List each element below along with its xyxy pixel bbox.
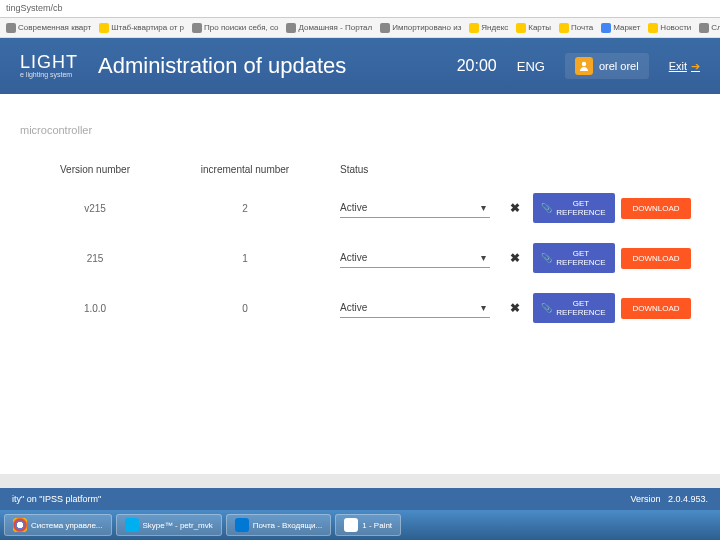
status-select[interactable]: Active	[340, 298, 490, 318]
skype-icon	[125, 518, 139, 532]
bookmark-item[interactable]: Штаб-квартира от р	[99, 23, 184, 33]
table-row: 215 1 Active ✖ 📎GET REFERENCE DOWNLOAD	[20, 233, 700, 283]
cell-incremental: 1	[170, 253, 320, 264]
app-header: LIGHT e lighting system Administration o…	[0, 38, 720, 94]
paperclip-icon: 📎	[541, 253, 552, 263]
download-button[interactable]: DOWNLOAD	[621, 298, 691, 319]
footer-text: ity" on "IPSS platform"	[12, 494, 101, 504]
download-button[interactable]: DOWNLOAD	[621, 198, 691, 219]
get-reference-button[interactable]: 📎GET REFERENCE	[533, 293, 615, 323]
bookmark-item[interactable]: Домашняя - Портал	[286, 23, 372, 33]
taskbar-item[interactable]: 1 - Paint	[335, 514, 401, 536]
bookmark-item[interactable]: Яндекс	[469, 23, 508, 33]
bookmark-item[interactable]: Словари	[699, 23, 720, 33]
svg-point-0	[582, 62, 586, 66]
cell-version: v215	[20, 203, 170, 214]
delete-button[interactable]: ✖	[500, 301, 530, 315]
page-title: Administration of updates	[98, 53, 437, 79]
logo: LIGHT e lighting system	[20, 54, 78, 77]
bookmark-item[interactable]: Почта	[559, 23, 593, 33]
taskbar: Система управле... Skype™ - petr_mvk Поч…	[0, 510, 720, 540]
cell-version: 215	[20, 253, 170, 264]
chrome-icon	[13, 518, 27, 532]
table-row: v215 2 Active ✖ 📎GET REFERENCE DOWNLOAD	[20, 183, 700, 233]
delete-button[interactable]: ✖	[500, 251, 530, 265]
cell-incremental: 0	[170, 303, 320, 314]
bookmark-item[interactable]: Современная кварт	[6, 23, 91, 33]
cell-version: 1.0.0	[20, 303, 170, 314]
taskbar-item[interactable]: Система управле...	[4, 514, 112, 536]
user-badge[interactable]: orel orel	[565, 53, 649, 79]
table-row: 1.0.0 0 Active ✖ 📎GET REFERENCE DOWNLOAD	[20, 283, 700, 333]
footer-bar: ity" on "IPSS platform" Version 2.0.4.95…	[0, 488, 720, 510]
status-select[interactable]: Active	[340, 248, 490, 268]
user-name: orel orel	[599, 60, 639, 72]
status-select[interactable]: Active	[340, 198, 490, 218]
paperclip-icon: 📎	[541, 203, 552, 213]
bookmark-item[interactable]: Карты	[516, 23, 551, 33]
avatar-icon	[575, 57, 593, 75]
exit-icon: ➔	[691, 60, 700, 73]
get-reference-button[interactable]: 📎GET REFERENCE	[533, 193, 615, 223]
table-header: Version number incremental number Status	[20, 156, 700, 183]
bookmark-item[interactable]: Про поиски себя, со	[192, 23, 278, 33]
outlook-icon	[235, 518, 249, 532]
get-reference-button[interactable]: 📎GET REFERENCE	[533, 243, 615, 273]
taskbar-item[interactable]: Skype™ - petr_mvk	[116, 514, 222, 536]
delete-button[interactable]: ✖	[500, 201, 530, 215]
col-incremental: incremental number	[170, 164, 320, 175]
col-version: Version number	[20, 164, 170, 175]
cell-incremental: 2	[170, 203, 320, 214]
bookmarks-bar: Современная кварт Штаб-квартира от р Про…	[0, 18, 720, 38]
taskbar-item[interactable]: Почта - Входящи...	[226, 514, 331, 536]
download-button[interactable]: DOWNLOAD	[621, 248, 691, 269]
paint-icon	[344, 518, 358, 532]
clock: 20:00	[457, 57, 497, 75]
col-status: Status	[320, 164, 500, 175]
paperclip-icon: 📎	[541, 303, 552, 313]
content-area: microcontroller Version number increment…	[0, 94, 720, 474]
language-selector[interactable]: ENG	[517, 59, 545, 74]
bookmark-item[interactable]: Импортировано из	[380, 23, 461, 33]
bookmark-item[interactable]: Новости	[648, 23, 691, 33]
bookmark-item[interactable]: Маркет	[601, 23, 640, 33]
exit-link[interactable]: Exit ➔	[669, 60, 700, 73]
url-bar[interactable]: tingSystem/cb	[0, 0, 720, 18]
tab-microcontroller[interactable]: microcontroller	[20, 124, 700, 136]
